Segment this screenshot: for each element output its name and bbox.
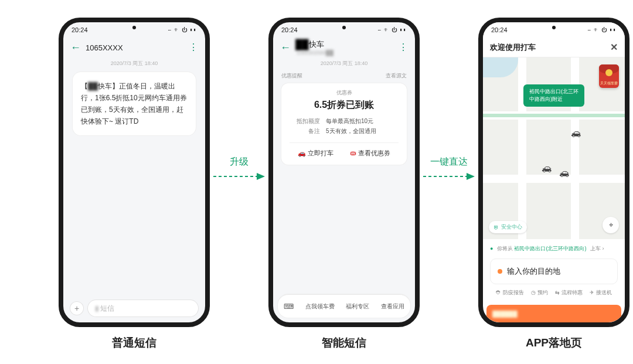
red-envelope-label: 天天领车费	[599, 81, 619, 86]
destination-panel: ● 你将从 裕民中路出口(北三环中路西向) 上车 › 输入你的目的地 ⛑ 防疫报…	[483, 239, 625, 305]
sms-input-bar: + ▮ 短信	[63, 295, 205, 322]
keyboard-icon[interactable]: ⌨	[284, 302, 294, 311]
diagram-stage: 20:24 ⋯ ᯤ ⏻ ▮▮ ← 1065XXXX ⋮ 2020/7/3 周五 …	[0, 0, 633, 364]
arrow-upgrade: 升级	[213, 162, 265, 185]
app-header: 欢迎使用打车 ✕	[483, 38, 625, 57]
nav-label: 防疫报告	[503, 290, 524, 295]
promo-text-blur: ██████	[492, 311, 518, 317]
safety-center-label: 安全中心	[501, 223, 522, 231]
screen: 20:24 ⋯ ᯤ ⏻ ▮▮ 欢迎使用打车 ✕ 裕民中路出口(北三环 中路西向)…	[483, 22, 625, 322]
from-dot-icon: ●	[490, 246, 493, 251]
safety-center-chip[interactable]: ⛨ 安全中心	[489, 221, 527, 233]
sender-sub-blur: 1065302580██	[297, 50, 333, 56]
toolbar-item[interactable]: 查看应用	[381, 302, 404, 311]
status-time: 20:24	[72, 26, 88, 33]
nav-item[interactable]: ✈ 接送机	[590, 289, 612, 297]
nav-item[interactable]: ⇆ 流程特惠	[555, 289, 583, 297]
status-time: 20:24	[491, 26, 508, 33]
pickup-location-pill[interactable]: 裕民中路出口(北三环 中路西向)附近	[523, 84, 584, 107]
sms-header: ← 1065XXXX ⋮	[63, 38, 205, 57]
smart-sms-card: 优惠券 6.5折券已到账 抵扣额度 每单最高抵扣10元 备注 5天有效，全国通用…	[281, 83, 407, 165]
kv-key: 备注	[290, 127, 320, 135]
sender-block: ██ 快车 1065302580██	[295, 39, 333, 56]
pickup-line1: 裕民中路出口(北三环	[529, 88, 578, 96]
coupon-icon: 🎟	[350, 149, 356, 157]
sms-bubble: 【██快车】正值冬日，温暖出行，1张6.5折抵10元网约车通用券已到账，5天有效…	[73, 72, 196, 135]
shield-icon: ⛨	[494, 224, 499, 230]
map-traffic	[483, 114, 625, 117]
car-marker-icon: 🚗	[571, 128, 581, 137]
sender-suffix: 快车	[309, 39, 324, 50]
map-view[interactable]: 裕民中路出口(北三环 中路西向)附近 天天领车费 🚗 🚗 🚗 ⛨ 安全中心 ⌖	[483, 57, 625, 239]
sms-sender: 1065XXXX	[86, 43, 123, 52]
card-tags-row: 优惠提醒 查看源文	[281, 72, 407, 80]
arrow-icon	[423, 171, 475, 182]
tag-right-view-source[interactable]: 查看源文	[386, 72, 407, 80]
sms-brand-blur: ██	[88, 80, 98, 92]
phone-plain-sms: 20:24 ⋯ ᯤ ⏻ ▮▮ ← 1065XXXX ⋮ 2020/7/3 周五 …	[59, 18, 210, 327]
bottom-promo-banner[interactable]: ██████	[486, 305, 621, 322]
back-icon[interactable]: ←	[70, 42, 81, 54]
menu-icon[interactable]: ⋮	[189, 45, 198, 50]
locate-me-button[interactable]: ⌖	[603, 217, 619, 233]
action-ride-label: 立即打车	[308, 149, 333, 157]
sms-timestamp: 2020/7/3 周五 18:40	[63, 60, 205, 67]
coin-icon	[605, 69, 612, 76]
nav-item[interactable]: ◷ 预约	[531, 289, 548, 297]
caption-smart-sms: 智能短信	[268, 335, 420, 351]
sms-text-prefix: 【	[81, 82, 88, 90]
screen: 20:24 ⋯ ᯤ ⏻ ▮▮ ← 1065XXXX ⋮ 2020/7/3 周五 …	[63, 22, 205, 322]
arrow-upgrade-label: 升级	[230, 156, 249, 168]
pickup-line2: 中路西向)附近	[529, 96, 578, 103]
kv-row: 备注 5天有效，全国通用	[290, 127, 399, 135]
nav-item[interactable]: ⛑ 防疫报告	[496, 289, 524, 297]
status-bar: 20:24 ⋯ ᯤ ⏻ ▮▮	[483, 22, 625, 38]
menu-icon[interactable]: ⋮	[399, 45, 408, 50]
car-marker-icon: 🚗	[559, 168, 569, 177]
nav-label: 预约	[537, 290, 548, 295]
back-icon[interactable]: ←	[280, 42, 291, 54]
add-attachment-button[interactable]: +	[70, 302, 83, 315]
toolbar-item[interactable]: 点我领车费	[305, 302, 335, 311]
kv-value: 每单最高抵扣10元	[326, 117, 373, 125]
status-icons: ⋯ ᯤ ⏻ ▮▮	[168, 27, 197, 33]
bottom-toolbar: ⌨ 点我领车费 福利专区 查看应用	[278, 294, 410, 318]
status-bar: 20:24 ⋯ ᯤ ⏻ ▮▮	[63, 22, 205, 38]
sms-timestamp: 2020/7/3 周五 18:40	[273, 60, 415, 67]
service-nav: ⛑ 防疫报告 ◷ 预约 ⇆ 流程特惠 ✈ 接送机	[490, 284, 618, 300]
arrow-direct: 一键直达	[423, 162, 475, 185]
map-road	[483, 175, 625, 183]
destination-input[interactable]: 输入你的目的地	[490, 258, 618, 284]
from-suffix: 上车 ›	[590, 246, 604, 251]
card-actions: 🚗立即打车 🎟查看优惠券	[290, 142, 399, 158]
from-line: ● 你将从 裕民中路出口(北三环中路西向) 上车 ›	[490, 245, 618, 253]
arrow-direct-label: 一键直达	[430, 156, 468, 168]
from-location: 裕民中路出口(北三环中路西向)	[514, 246, 586, 251]
kv-row: 抵扣额度 每单最高抵扣10元	[290, 117, 399, 125]
caption-app-landing: APP落地页	[478, 335, 629, 351]
nav-label: 接送机	[596, 290, 612, 295]
map-water	[483, 57, 518, 77]
action-view-coupon[interactable]: 🎟查看优惠券	[350, 149, 390, 158]
kv-value: 5天有效，全国通用	[326, 127, 376, 135]
card-headline: 6.5折券已到账	[290, 99, 399, 111]
status-icons: ⋯ ᯤ ⏻ ▮▮	[588, 27, 617, 33]
car-marker-icon: 🚗	[542, 163, 552, 172]
svg-marker-3	[467, 173, 475, 180]
close-icon[interactable]: ✕	[610, 42, 618, 53]
phone-app-landing: 20:24 ⋯ ᯤ ⏻ ▮▮ 欢迎使用打车 ✕ 裕民中路出口(北三环 中路西向)…	[478, 18, 629, 327]
sms-text-field[interactable]: ▮ 短信	[88, 300, 198, 317]
action-ride-now[interactable]: 🚗立即打车	[298, 149, 333, 158]
status-icons: ⋯ ᯤ ⏻ ▮▮	[378, 27, 407, 33]
sender-blur: ██	[295, 39, 309, 50]
tag-left: 优惠提醒	[281, 72, 302, 80]
kv-key: 抵扣额度	[290, 117, 320, 125]
phone-smart-sms: 20:24 ⋯ ᯤ ⏻ ▮▮ ← ██ 快车 1065302580██ ⋮ 20…	[268, 18, 420, 327]
toolbar-item[interactable]: 福利专区	[346, 302, 369, 311]
sms-header: ← ██ 快车 1065302580██ ⋮	[273, 38, 415, 57]
screen: 20:24 ⋯ ᯤ ⏻ ▮▮ ← ██ 快车 1065302580██ ⋮ 20…	[273, 22, 415, 322]
nav-label: 流程特惠	[561, 290, 583, 295]
svg-marker-1	[257, 173, 265, 180]
car-icon: 🚗	[298, 149, 306, 157]
red-envelope-promo[interactable]: 天天领车费	[599, 64, 619, 88]
